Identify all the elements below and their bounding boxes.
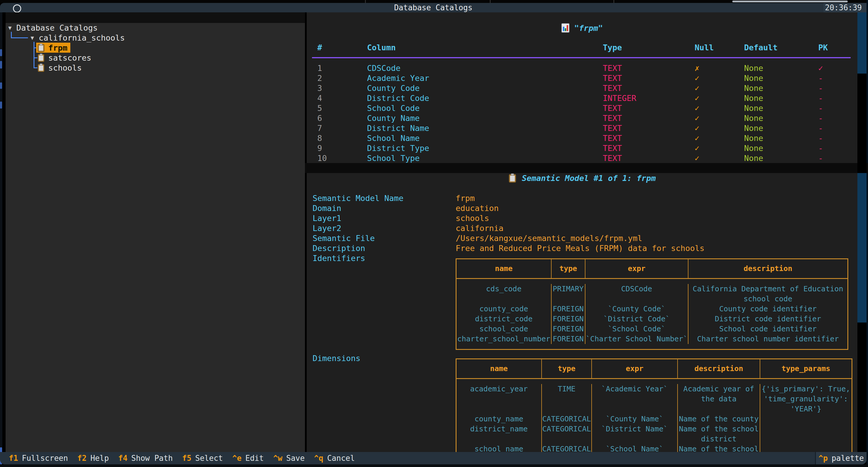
schema-cell-pk: -	[818, 124, 854, 133]
table-title-row: "frpm"	[307, 23, 858, 33]
id-table-cell: District code identifier	[688, 314, 847, 324]
tree-item-satscores[interactable]: satscores	[36, 53, 94, 63]
schema-cell-null: ✓	[694, 84, 744, 93]
semantic-field-row: DescriptionFree and Reduced Price Meals …	[313, 243, 704, 253]
binding-label: Help	[90, 454, 109, 463]
dim-table-cell: `School Name`	[592, 444, 678, 452]
expand-arrow-icon[interactable]: ▼	[8, 24, 11, 31]
field-label: Domain	[313, 204, 456, 213]
tree-table-row-schools[interactable]: schools	[36, 63, 85, 73]
field-label: Layer1	[313, 214, 456, 223]
dim-table-cell: `District Name`	[592, 424, 678, 444]
schema-cell-column: County Code	[367, 84, 603, 93]
dim-table-col-description: description	[678, 359, 760, 378]
footer-binding-fullscreen[interactable]: f1Fullscreen	[9, 454, 68, 463]
schema-col-header-column: Column	[367, 43, 603, 53]
dim-table-header: nametypeexprdescriptiontype_params	[457, 359, 851, 379]
palette-key: ^p	[818, 454, 828, 463]
tree-node-california-schools[interactable]: ▼ california_schools	[31, 33, 125, 43]
id-table-col-type: type	[552, 259, 585, 278]
footer-binding-cancel[interactable]: ^qCancel	[314, 454, 355, 463]
dim-table-col-type_params: type_params	[760, 359, 851, 378]
dim-table-cell: CATEGORICAL	[542, 444, 592, 452]
schema-cell-type: TEXT	[603, 64, 694, 73]
dim-table-cell: district_name	[457, 424, 542, 444]
scrollbar-thumb-upper[interactable]	[858, 12, 867, 73]
tree-table-row-frpm[interactable]: frpm	[36, 43, 70, 53]
schema-cell-default: None	[744, 133, 818, 143]
schema-cell-type: TEXT	[603, 154, 694, 163]
tree-item-frpm[interactable]: frpm	[36, 43, 70, 53]
dim-table-cell: Academic year of the data	[678, 384, 760, 414]
binding-key: f1	[9, 454, 18, 463]
identifiers-table: nametypeexprdescriptioncds_codePRIMARYCD…	[456, 258, 848, 350]
schema-cell-type: TEXT	[603, 103, 694, 113]
palette-button[interactable]: ^p palette	[815, 452, 867, 464]
semantic-field-row: Layer1schools	[313, 213, 704, 223]
schema-cell-type: TEXT	[603, 144, 694, 153]
table-row: county_codeFOREIGN`County Code`County co…	[457, 304, 847, 314]
background-window-divider	[490, 0, 491, 3]
id-table-cell: FOREIGN	[552, 334, 585, 344]
semantic-field-row: Semantic Model Namefrpm	[313, 193, 704, 203]
id-table-cell: FOREIGN	[552, 324, 585, 334]
id-table-body: cds_codePRIMARYCDSCodeCalifornia Departm…	[457, 279, 847, 349]
semantic-field-row: Domaineducation	[313, 203, 704, 213]
footer-binding-save[interactable]: ^wSave	[273, 454, 305, 463]
window-titlebar: Database Catalogs 20:36:39	[0, 3, 867, 12]
schema-cell-num: 7	[317, 124, 367, 133]
table-row: school_nameCATEGORICAL`School Name`Name …	[457, 444, 851, 452]
schema-cell-default: None	[744, 73, 818, 83]
tree-item-schools[interactable]: schools	[36, 63, 85, 73]
binding-key: ^e	[232, 454, 241, 463]
dim-table-cell	[760, 424, 851, 444]
terminal-screen: Database Catalogs 20:36:39 ▼ Database Ca…	[0, 0, 868, 467]
id-table-cell: cds_code	[457, 284, 552, 304]
clock: 20:36:39	[824, 3, 867, 12]
schema-cell-type: TEXT	[603, 84, 694, 93]
field-label: Semantic File	[313, 234, 456, 243]
schema-cell-num: 5	[317, 103, 367, 113]
window-menu-icon[interactable]	[13, 4, 21, 13]
dim-table-col-type: type	[542, 359, 592, 378]
schema-cell-column: County Name	[367, 114, 603, 123]
footer-binding-help[interactable]: f2Help	[78, 454, 109, 463]
schema-cell-num: 10	[317, 154, 367, 163]
schema-cell-pk: -	[818, 94, 854, 103]
footer-binding-show-path[interactable]: f4Show Path	[118, 454, 173, 463]
id-table-cell: `School Code`	[585, 324, 688, 334]
field-label: Description	[313, 244, 456, 253]
tree-root-database-catalogs[interactable]: ▼ Database Catalogs	[8, 23, 98, 33]
schema-cell-null: ✓	[694, 114, 744, 123]
schema-cell-default: None	[744, 103, 818, 113]
binding-key: f2	[78, 454, 87, 463]
schema-cell-column: School Type	[367, 154, 603, 163]
scrollbar-track[interactable]	[858, 12, 867, 452]
schema-cell-pk: -	[818, 114, 854, 123]
schema-row: 3County CodeTEXT✓None-	[307, 83, 858, 93]
schema-cell-type: TEXT	[603, 73, 694, 83]
schema-cell-default: None	[744, 84, 818, 93]
dim-table-body: academic_yearTIME`Academic Year`Academic…	[457, 379, 851, 452]
schema-cell-default: None	[744, 124, 818, 133]
desktop-right-edge	[867, 0, 868, 467]
footer-binding-select[interactable]: f5Select	[182, 454, 223, 463]
expand-arrow-icon[interactable]: ▼	[31, 34, 34, 41]
binding-key: ^q	[314, 454, 323, 463]
schema-cell-num: 6	[317, 114, 367, 123]
tree-table-row-satscores[interactable]: satscores	[36, 53, 94, 63]
schema-cell-column: District Name	[367, 124, 603, 133]
footer-binding-edit[interactable]: ^eEdit	[232, 454, 264, 463]
binding-label: Cancel	[327, 454, 355, 463]
field-value: california	[456, 224, 504, 233]
tree-connector	[34, 42, 34, 68]
scrollbar-thumb-lower[interactable]	[858, 173, 867, 322]
desktop-bottom-strip	[0, 464, 868, 467]
schema-cell-num: 4	[317, 94, 367, 103]
window-title: Database Catalogs	[0, 3, 867, 12]
schema-cell-num: 2	[317, 73, 367, 83]
schema-cell-pk: -	[818, 154, 854, 163]
binding-key: ^w	[273, 454, 282, 463]
clipboard-icon	[37, 53, 45, 62]
schema-col-header-null: Null	[694, 43, 744, 53]
